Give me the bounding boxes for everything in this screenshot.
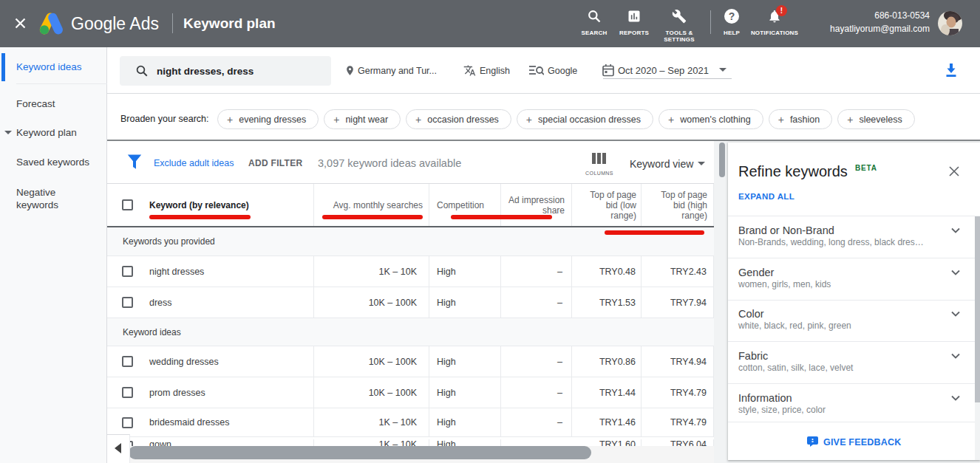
svg-text:?: ? bbox=[729, 10, 735, 22]
